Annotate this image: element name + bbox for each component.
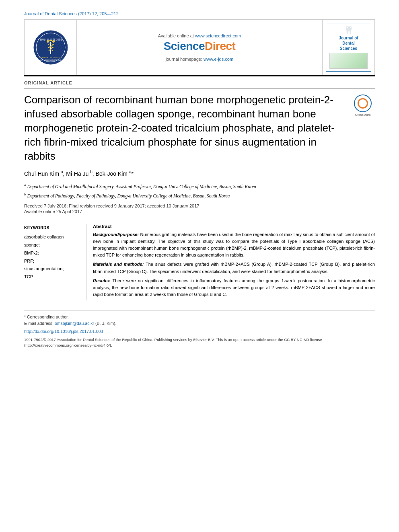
homepage-text: journal homepage: www.e-jds.com (166, 57, 233, 62)
footer-section: * Corresponding author. E-mail address: … (24, 310, 375, 349)
svg-text:COLLEGE OF MEDICINE: COLLEGE OF MEDICINE (40, 60, 61, 62)
corresponding-note: * Corresponding author. (24, 314, 375, 319)
sciencedirect-url[interactable]: www.sciencedirect.com (195, 33, 241, 38)
abstract-title: Abstract (93, 224, 375, 229)
abstract-text: Background/purpose: Numerous grafting ma… (93, 231, 375, 298)
article-title: Comparison of recombinant human bone mor… (24, 93, 351, 163)
svg-point-5 (52, 40, 55, 43)
keyword-3: PRF; (24, 257, 80, 265)
crossmark-container: CrossMark (351, 94, 375, 117)
abstract-keywords-row: KEYWORDS absorbable collagen sponge; BMP… (24, 224, 375, 300)
doi-line: http://dx.doi.org/10.1016/j.jds.2017.01.… (24, 329, 375, 334)
copyright-text: 1991-7902/© 2017 Association for Dental … (24, 337, 375, 349)
header-center: Available online at www.sciencedirect.co… (77, 20, 322, 75)
article-type: ORIGINAL ARTICLE (24, 80, 375, 89)
email-line: E-mail address: omsbjkim@dau.ac.kr (B.-J… (24, 321, 375, 326)
sciencedirect-logo: ScienceDirect (164, 40, 236, 53)
thick-divider (24, 75, 375, 76)
crossmark-logo (354, 94, 372, 112)
journal-homepage-url[interactable]: www.e-jds.com (204, 57, 233, 62)
right-logo: 🦷 Journal of Dental Sciences (322, 20, 374, 75)
keyword-1: absorbable collagen sponge; (24, 233, 80, 249)
svg-text:대한민국의학교육원: 대한민국의학교육원 (38, 38, 63, 41)
left-logo: 대한민국의학교육원 DONG-A UNIVERSITY COLLEGE OF M… (25, 20, 77, 75)
university-logo: 대한민국의학교육원 DONG-A UNIVERSITY COLLEGE OF M… (33, 29, 69, 66)
svg-point-4 (47, 40, 49, 43)
keyword-4: sinus augmentation; (24, 265, 80, 273)
abstract-results: Results: There were no significant diffe… (93, 277, 375, 298)
jds-title: Journal of Dental Sciences (329, 35, 368, 51)
affiliation-a: a Department of Oral and Maxillofacial S… (24, 183, 375, 190)
crossmark-label: CrossMark (355, 113, 371, 117)
page: Journal of Dental Sciences (2017) 12, 20… (0, 0, 399, 532)
background-title: Background/purpose: (93, 232, 139, 237)
section-divider (24, 219, 375, 219)
svg-text:DONG-A UNIVERSITY: DONG-A UNIVERSITY (39, 56, 62, 59)
abstract-background: Background/purpose: Numerous grafting ma… (93, 231, 375, 259)
email-link[interactable]: omsbjkim@dau.ac.kr (55, 321, 94, 326)
affiliation-b: b Department of Pathology, Faculty of Pa… (24, 192, 375, 199)
keywords-column: KEYWORDS absorbable collagen sponge; BMP… (24, 224, 86, 300)
results-title: Results: (93, 278, 110, 283)
abstract-materials: Materials and methods: The sinus defects… (93, 261, 375, 275)
keyword-list: absorbable collagen sponge; BMP-2; PRF; … (24, 233, 80, 281)
title-section: Comparison of recombinant human bone mor… (24, 93, 375, 163)
received-line-2: Available online 25 April 2017 (24, 209, 375, 214)
affiliations: a Department of Oral and Maxillofacial S… (24, 183, 375, 199)
header-box: 대한민국의학교육원 DONG-A UNIVERSITY COLLEGE OF M… (24, 19, 375, 75)
jds-icon: 🦷 (329, 26, 368, 35)
keyword-5: TCP (24, 273, 80, 281)
keywords-title: KEYWORDS (24, 226, 80, 230)
authors: Chul-Hun Kim a, Mi-Ha Ju b, Bok-Joo Kim … (24, 170, 375, 177)
jds-cover-image (329, 53, 368, 69)
abstract-column: Abstract Background/purpose: Numerous gr… (86, 224, 375, 300)
materials-title: Materials and methods: (93, 262, 144, 267)
journal-citation: Journal of Dental Sciences (2017) 12, 20… (24, 11, 375, 16)
keyword-2: BMP-2; (24, 249, 80, 257)
received-line-1: Received 7 July 2016; Final revision rec… (24, 203, 375, 208)
doi-link-anchor[interactable]: http://dx.doi.org/10.1016/j.jds.2017.01.… (24, 329, 103, 334)
available-text: Available online at www.sciencedirect.co… (158, 33, 241, 38)
jds-logo-box: 🦷 Journal of Dental Sciences (326, 23, 371, 72)
